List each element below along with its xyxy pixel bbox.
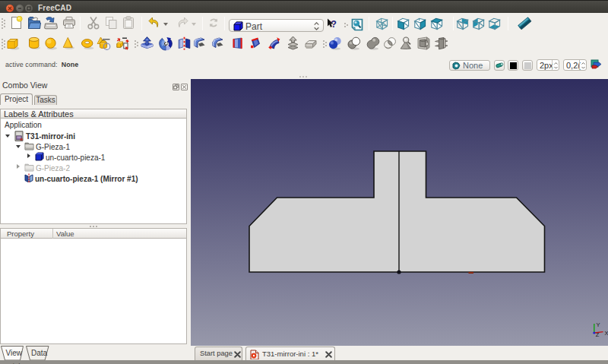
svg-text:View: View [6, 349, 23, 357]
svg-text:Data: Data [31, 349, 48, 357]
svg-text:X: X [605, 330, 608, 337]
svg-text:Y: Y [597, 321, 600, 328]
svg-text:Z: Z [596, 331, 600, 338]
svg-text:?: ? [331, 19, 337, 30]
